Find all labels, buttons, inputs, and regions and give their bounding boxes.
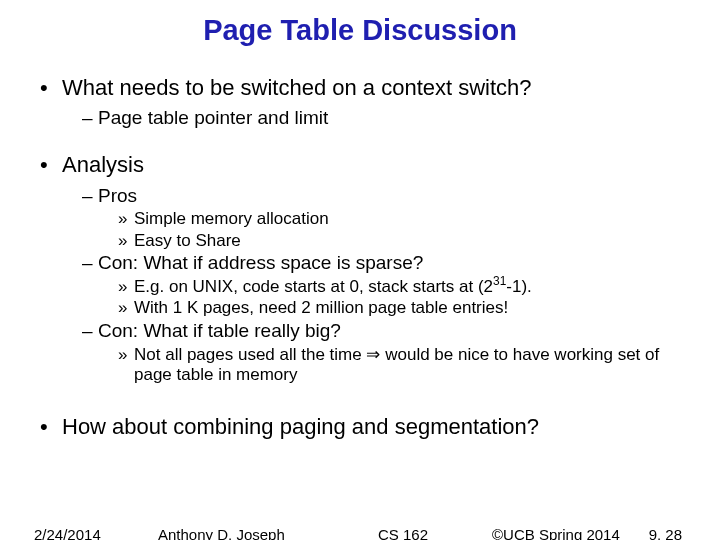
text-fragment: Not all pages used all the time	[134, 345, 366, 364]
text-fragment: E.g. on UNIX, code starts at 0, stack st…	[134, 277, 493, 296]
bullet-l3: Simple memory allocation	[40, 209, 680, 229]
bullet-l2: Page table pointer and limit	[40, 107, 680, 130]
footer-copyright: ©UCB Spring 2014	[492, 526, 620, 540]
bullet-l3: Easy to Share	[40, 231, 680, 251]
bullet-l2: Con: What if table really big?	[40, 320, 680, 343]
spacer	[40, 386, 680, 414]
spacer	[40, 132, 680, 152]
bullet-l1: How about combining paging and segmentat…	[40, 414, 680, 440]
footer-course: CS 162	[378, 526, 428, 540]
footer-author: Anthony D. Joseph	[158, 526, 285, 540]
slide: Page Table Discussion What needs to be s…	[0, 0, 720, 540]
bullet-l1: What needs to be switched on a context s…	[40, 75, 680, 101]
bullet-l2: Con: What if address space is sparse?	[40, 252, 680, 275]
bullet-l3: Not all pages used all the time ⇒ would …	[40, 345, 680, 386]
bullet-l3: E.g. on UNIX, code starts at 0, stack st…	[40, 277, 680, 297]
bullet-l3: With 1 K pages, need 2 million page tabl…	[40, 298, 680, 318]
footer-page: 9. 28	[649, 526, 682, 540]
slide-title: Page Table Discussion	[40, 14, 680, 47]
arrow-icon: ⇒	[366, 345, 380, 364]
footer-date: 2/24/2014	[34, 526, 101, 540]
bullet-l2: Pros	[40, 185, 680, 208]
superscript: 31	[493, 274, 506, 288]
text-fragment: -1).	[506, 277, 532, 296]
slide-content: What needs to be switched on a context s…	[40, 75, 680, 441]
bullet-l1: Analysis	[40, 152, 680, 178]
